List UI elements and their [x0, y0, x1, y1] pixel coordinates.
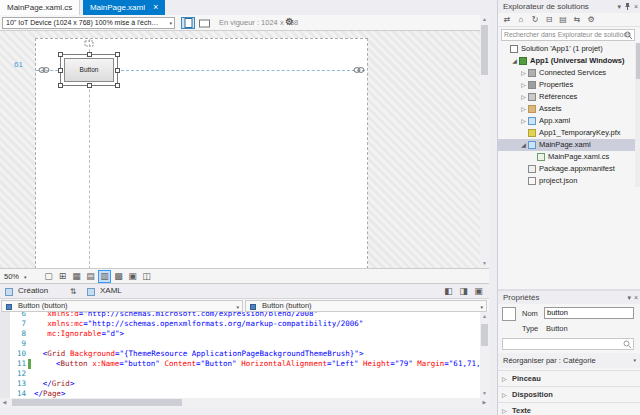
code-line-7[interactable]: 7xmlns:mc="http://schemas.openxmlformats… [0, 319, 480, 329]
properties-search-input[interactable] [502, 338, 634, 350]
tree-item-assets[interactable]: ▷Assets [498, 103, 640, 115]
tree-item-r-f-rences[interactable]: ▷Références [498, 91, 640, 103]
code-line-13[interactable]: 13</Grid> [0, 379, 480, 389]
code-line-10[interactable]: 10<Grid Background="{ThemeResource Appli… [0, 349, 480, 359]
collapsed-expander-icon[interactable]: ▷ [519, 67, 528, 79]
element-name-input[interactable]: button [544, 307, 634, 319]
back-forward-icon[interactable]: ⇄ [501, 14, 513, 26]
solution-search-input[interactable]: Rechercher dans Explorateur de solutions [501, 29, 635, 41]
design-view-tab[interactable]: Création [0, 284, 66, 299]
tree-item-app1-temporarykey-pfx[interactable]: App1_TemporaryKey.pfx [498, 127, 640, 139]
swap-panes-icon[interactable]: ⇅ [66, 284, 80, 299]
pin-icon[interactable] [624, 2, 631, 11]
snap-to-grid-icon[interactable]: ▦ [70, 270, 83, 283]
scrollbar-thumb[interactable] [636, 43, 640, 79]
scroll-right-icon[interactable]: ▶ [480, 398, 489, 407]
resize-handle-ne[interactable] [115, 52, 120, 57]
code-line-11[interactable]: 11<Button x:Name="button" Content="Butto… [0, 359, 480, 369]
split-vertical-icon[interactable]: ◧ [442, 285, 455, 298]
zoom-level-dropdown[interactable]: 50% ▾ [4, 270, 27, 283]
landscape-orientation-icon[interactable] [197, 17, 211, 29]
scroll-up-icon[interactable]: ▲ [480, 15, 489, 24]
xaml-code-editor[interactable]: 6xmlns:d="http://schemas.microsoft.com/e… [0, 312, 480, 398]
arrange-by-dropdown[interactable]: Réorganiser par : Catégorie ▾ [498, 353, 640, 368]
tab-mainpage-xaml-cs[interactable]: MainPage.xaml.cs [0, 0, 80, 15]
artboard-page[interactable]: Button [35, 38, 368, 268]
scroll-left-icon[interactable]: ◀ [0, 398, 9, 407]
track-focused-element-icon[interactable]: ◫ [140, 270, 153, 283]
properties-section-pinceau[interactable]: ▷Pinceau [498, 370, 640, 386]
scroll-down-icon[interactable]: ▼ [480, 389, 489, 398]
resize-handle-sw[interactable] [58, 83, 63, 88]
design-vertical-scrollbar[interactable]: ▲ ▼ [480, 15, 489, 268]
collapsed-expander-icon[interactable]: ▷ [519, 115, 528, 127]
close-icon[interactable]: × [634, 291, 638, 304]
resize-handle-nw[interactable] [58, 52, 63, 57]
collapsed-expander-icon[interactable]: ▷ [519, 103, 528, 115]
tree-item-properties[interactable]: ▷Properties [498, 79, 640, 91]
tree-item-mainpage-xaml-cs[interactable]: MainPage.xaml.cs [498, 151, 640, 163]
properties-section-texte[interactable]: ▷Texte [498, 402, 640, 415]
tree-item-app-xaml[interactable]: ▷App.xaml [498, 115, 640, 127]
element-breadcrumb-right[interactable]: Button (button) ▾ [245, 300, 487, 312]
resize-handle-s[interactable] [87, 83, 92, 88]
properties-section-disposition[interactable]: ▷Disposition [498, 386, 640, 402]
scroll-down-icon[interactable]: ▼ [480, 259, 489, 268]
code-line-6[interactable]: 6xmlns:d="http://schemas.microsoft.com/e… [0, 312, 480, 319]
expanded-expander-icon[interactable]: ◢ [519, 139, 528, 151]
top-margin-anchor-icon[interactable] [84, 40, 94, 47]
code-line-9[interactable]: 9 [0, 339, 480, 349]
collapsed-expander-icon[interactable]: ▷ [502, 403, 507, 415]
collapsed-expander-icon[interactable]: ▷ [502, 371, 507, 387]
collapse-all-icon[interactable]: ⊟ [543, 14, 555, 26]
disable-project-code-icon[interactable]: ▣ [126, 270, 139, 283]
chevron-down-icon[interactable]: ▾ [627, 291, 631, 304]
refresh-icon[interactable]: ↻ [529, 14, 541, 26]
editor-vertical-scrollbar[interactable]: ▲ ▼ [480, 312, 489, 398]
close-icon[interactable]: × [634, 0, 638, 13]
code-line-14[interactable]: 14</Page> [0, 389, 480, 398]
expanded-expander-icon[interactable]: ◢ [510, 55, 519, 67]
resize-handle-n[interactable] [87, 52, 92, 57]
code-line-8[interactable]: 8mc:Ignorable="d"> [0, 329, 480, 339]
tree-item-connected-services[interactable]: ▷Connected Services [498, 67, 640, 79]
resize-handle-se[interactable] [115, 83, 120, 88]
resize-handle-w[interactable] [58, 68, 63, 73]
right-margin-anchor-icon[interactable] [353, 66, 365, 74]
show-snaplines-icon[interactable]: ▤ [84, 270, 97, 283]
editor-horizontal-scrollbar[interactable]: ◀ ▶ [0, 398, 489, 408]
show-all-files-icon[interactable]: ▤ [557, 14, 569, 26]
snap-to-snaplines-icon[interactable]: ▥ [98, 270, 111, 283]
xaml-view-tab[interactable]: XAML [82, 284, 136, 299]
close-tab-icon[interactable]: × [153, 2, 158, 12]
tree-item-app1-universal-windows[interactable]: ◢App1 (Universal Windows) [498, 55, 640, 67]
scroll-up-icon[interactable]: ▲ [480, 312, 489, 321]
collapse-pane-icon[interactable]: ▣ [472, 285, 485, 298]
portrait-orientation-icon[interactable] [181, 17, 195, 29]
sync-with-active-icon[interactable]: ⇆ [571, 14, 583, 26]
designer-settings-gear-icon[interactable]: ⚙ [285, 16, 294, 27]
tree-item-package-appxmanifest[interactable]: Package.appxmanifest [498, 163, 640, 175]
collapsed-expander-icon[interactable]: ▷ [502, 387, 507, 403]
tree-item-project-json[interactable]: project.json [498, 175, 640, 187]
home-icon[interactable]: ⌂ [515, 14, 527, 26]
split-horizontal-icon[interactable]: ◨ [457, 285, 470, 298]
resize-handle-e[interactable] [115, 68, 120, 73]
scrollbar-thumb[interactable] [12, 399, 182, 406]
scrollbar-thumb[interactable] [481, 25, 488, 75]
tree-item-solution-app1-1-projet[interactable]: Solution 'App1' (1 projet) [498, 43, 640, 55]
properties-gear-icon[interactable]: ⚙ [585, 14, 597, 26]
collapsed-expander-icon[interactable]: ▷ [519, 79, 528, 91]
show-margins-icon[interactable]: ▩ [112, 270, 125, 283]
collapsed-expander-icon[interactable]: ▷ [519, 91, 528, 103]
device-selector-dropdown[interactable]: 10" IoT Device (1024 x 768) 100% mise à … [2, 17, 175, 29]
design-surface[interactable]: Button 61 [0, 31, 480, 268]
scrollbar-thumb[interactable] [481, 324, 488, 346]
element-breadcrumb-left[interactable]: Button (button) ▾ [1, 300, 243, 312]
chevron-down-icon[interactable]: ▾ [617, 0, 621, 13]
tab-mainpage-xaml[interactable]: MainPage.xaml× [83, 0, 165, 15]
tree-item-mainpage-xaml[interactable]: ◢MainPage.xaml [498, 139, 640, 151]
show-grid-icon[interactable]: ⊞ [56, 270, 69, 283]
left-margin-anchor-icon[interactable] [38, 66, 50, 74]
zoom-fit-icon[interactable]: ▢ [42, 270, 55, 283]
